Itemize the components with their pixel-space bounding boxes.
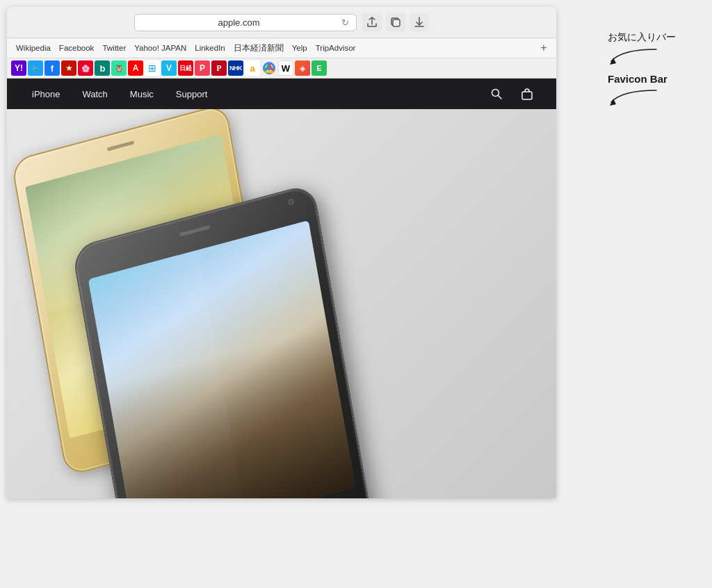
- bookmarks-bar-annotation: お気に入りバー: [608, 31, 705, 71]
- svg-line-7: [499, 96, 502, 99]
- wikipedia-favicon[interactable]: W: [278, 60, 293, 76]
- favicon-bar-arrow: [608, 85, 663, 109]
- iphone-scene: [7, 109, 556, 498]
- iphone-gray-speaker: [179, 225, 210, 237]
- amazon-favicon[interactable]: a: [245, 60, 260, 76]
- evernote-favicon[interactable]: E: [312, 60, 327, 76]
- url-bar-actions: [362, 13, 429, 32]
- iphone-gray-screen: [88, 220, 355, 498]
- chrome-favicon[interactable]: [261, 60, 277, 76]
- browser-window: apple.com ↻ Wikipedia: [7, 7, 556, 498]
- avast-favicon[interactable]: ◈: [295, 60, 310, 76]
- tripadvisor-favicon[interactable]: 🦉: [111, 60, 127, 76]
- bookmark-yahoo-japan[interactable]: Yahoo! JAPAN: [131, 42, 190, 54]
- yelp-favicon[interactable]: ★: [61, 60, 76, 76]
- share-button[interactable]: [362, 13, 382, 32]
- iphone-gold-speaker: [107, 140, 135, 151]
- search-icon[interactable]: [481, 79, 512, 109]
- hero-area: [7, 109, 556, 498]
- bookmarks-bar-label: お気に入りバー: [608, 31, 705, 44]
- favicon-bar-label: Favicon Bar: [608, 73, 705, 85]
- nav-item-support[interactable]: Support: [165, 79, 219, 109]
- twitter-favicon[interactable]: 🐦: [28, 60, 43, 76]
- add-bookmark-button[interactable]: +: [537, 41, 551, 55]
- yahoo-favicon[interactable]: Y!: [11, 60, 26, 76]
- bookmark-linkedin[interactable]: LinkedIn: [191, 42, 228, 54]
- bag-icon[interactable]: [512, 79, 542, 109]
- bookmark-tripadvisor[interactable]: TripAdvisor: [312, 42, 359, 54]
- bookmark-yelp[interactable]: Yelp: [289, 42, 311, 54]
- iphone-gray-camera: [288, 198, 294, 205]
- bookmark-wikipedia[interactable]: Wikipedia: [13, 42, 54, 54]
- tabs-button[interactable]: [386, 13, 405, 32]
- favicon-bar-annotation: Favicon Bar: [608, 73, 705, 112]
- pocket-favicon[interactable]: P: [195, 60, 210, 76]
- microsoft-favicon[interactable]: ⊞: [145, 60, 160, 76]
- url-bar[interactable]: apple.com ↻: [134, 14, 357, 31]
- apple-nav: iPhone Watch Music Support: [7, 79, 556, 109]
- nav-item-iphone[interactable]: iPhone: [21, 79, 71, 109]
- nav-item-music[interactable]: Music: [119, 79, 165, 109]
- nhk-favicon[interactable]: NHK: [228, 60, 243, 76]
- bookmark-twitter[interactable]: Twitter: [99, 42, 129, 54]
- vimeo-favicon[interactable]: V: [161, 60, 177, 76]
- favicon-bar: Y! 🐦 f ★ 🌸 b 🦉 A ⊞ V 日経 P P NHK a: [7, 58, 556, 79]
- facebook-favicon[interactable]: f: [44, 60, 60, 76]
- bing-favicon[interactable]: b: [95, 60, 110, 76]
- url-bar-area: apple.com ↻: [7, 7, 556, 38]
- bookmark-facebook[interactable]: Facebook: [56, 42, 98, 54]
- bookmarks-bar: Wikipedia Facebook Twitter Yahoo! JAPAN …: [7, 38, 556, 58]
- pinterest-favicon[interactable]: P: [211, 60, 227, 76]
- url-text: apple.com: [142, 17, 336, 28]
- nikkei-favicon[interactable]: 日経: [178, 60, 193, 76]
- svg-rect-8: [522, 92, 532, 99]
- download-button[interactable]: [410, 13, 429, 32]
- reload-button[interactable]: ↻: [341, 17, 349, 28]
- bookmarks-bar-arrow: [608, 44, 663, 68]
- nav-item-watch[interactable]: Watch: [71, 79, 118, 109]
- bookmark-nikkei[interactable]: 日本経済新聞: [230, 42, 287, 55]
- openrice-favicon[interactable]: 🌸: [78, 60, 93, 76]
- svg-rect-1: [393, 19, 400, 26]
- adobe-favicon[interactable]: A: [128, 60, 143, 76]
